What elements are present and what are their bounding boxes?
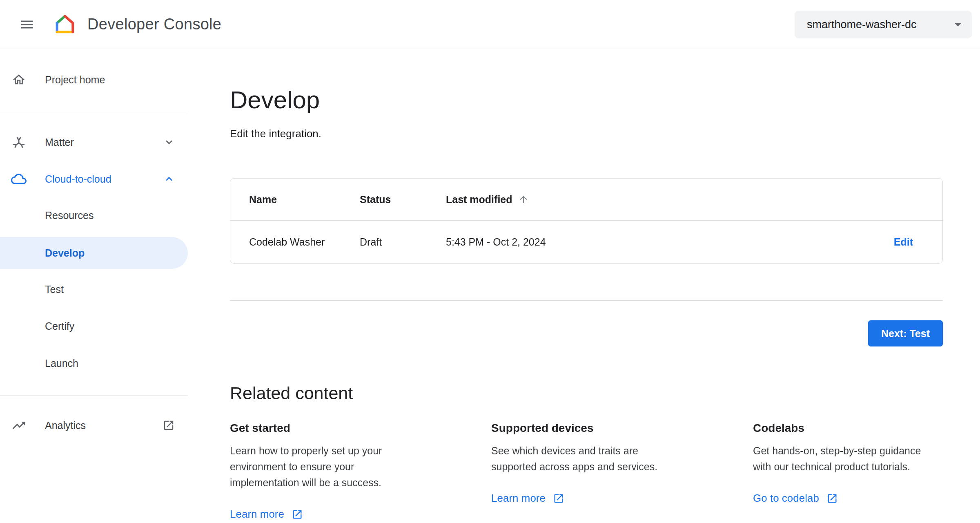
next-test-button[interactable]: Next: Test [868,320,943,346]
cloud-icon [11,171,27,187]
card-body: See which devices and traits are support… [491,443,676,475]
trending-up-icon [11,417,27,434]
sidebar-item-label: Test [45,284,64,295]
main-content: Develop Edit the integration. Name Statu… [188,49,980,523]
sidebar-item-matter[interactable]: Matter [0,124,188,161]
matter-icon [11,134,27,150]
project-selector[interactable]: smarthome-washer-dc [795,11,972,38]
external-link-icon [163,419,175,431]
sidebar-item-certify[interactable]: Certify [0,308,188,344]
related-card-get-started: Get started Learn how to properly set up… [230,421,414,521]
card-title: Codelabs [753,421,938,436]
cell-action: Edit [865,236,942,248]
column-header-status: Status [360,194,446,206]
sidebar-item-label: Cloud-to-cloud [45,173,111,185]
external-link-icon [826,493,838,504]
external-link-icon [553,493,564,504]
edit-link[interactable]: Edit [894,236,913,248]
sidebar-item-test[interactable]: Test [0,271,188,308]
table-row: Codelab Washer Draft 5:43 PM - Oct 2, 20… [230,221,942,263]
related-card-supported-devices: Supported devices See which devices and … [491,421,676,505]
sidebar-item-label: Analytics [45,420,86,431]
menu-icon[interactable] [15,12,39,37]
link-label: Learn more [491,492,546,505]
external-link-icon [292,509,303,520]
cell-last-modified: 5:43 PM - Oct 2, 2024 [446,236,865,248]
link-label: Learn more [230,508,284,521]
learn-more-link[interactable]: Learn more [230,508,303,521]
page-title: Develop [230,84,320,116]
cell-status: Draft [360,236,446,248]
sidebar-item-launch[interactable]: Launch [0,345,188,382]
column-header-last-modified[interactable]: Last modified [446,194,865,206]
sidebar-divider [0,396,188,396]
sidebar-item-label: Launch [45,358,78,369]
table-header-row: Name Status Last modified [230,179,942,221]
link-label: Go to codelab [753,492,819,505]
app-header: Developer Console smarthome-washer-dc [0,0,980,49]
sidebar-item-analytics[interactable]: Analytics [0,407,188,444]
column-header-name: Name [230,194,360,206]
card-title: Supported devices [491,421,676,436]
cell-name: Codelab Washer [230,236,360,248]
sidebar-item-resources[interactable]: Resources [0,197,188,234]
sidebar-divider [0,113,188,113]
card-title: Get started [230,421,414,436]
integrations-table: Name Status Last modified Codelab Washer… [230,178,943,264]
sidebar-item-label: Develop [45,247,85,259]
sidebar-nav: Project home Matter Cloud-to-cloud Resou… [0,49,188,523]
sort-ascending-icon [518,194,529,205]
hamburger-icon [19,17,35,32]
sidebar-item-label: Matter [45,136,74,148]
sidebar-item-cloud-to-cloud[interactable]: Cloud-to-cloud [0,161,188,197]
related-content-title: Related content [230,383,353,403]
google-home-logo [53,13,77,36]
sidebar-item-label: Project home [45,74,105,86]
learn-more-link[interactable]: Learn more [491,492,564,505]
app-title: Developer Console [87,16,221,33]
home-icon [11,72,27,88]
sidebar-item-label: Certify [45,320,74,332]
sidebar-item-project-home[interactable]: Project home [0,61,188,98]
sidebar-item-label: Resources [45,210,94,221]
card-body: Get hands-on, step-by-step guidance with… [753,443,938,475]
go-to-codelab-link[interactable]: Go to codelab [753,492,838,505]
project-selector-value: smarthome-washer-dc [807,18,917,31]
related-card-codelabs: Codelabs Get hands-on, step-by-step guid… [753,421,938,505]
page-subtitle: Edit the integration. [230,127,321,140]
card-body: Learn how to properly set up your enviro… [230,443,414,491]
dropdown-arrow-icon [951,17,965,32]
column-header-label: Last modified [446,194,512,206]
section-divider [230,300,943,301]
chevron-down-icon [163,136,176,149]
chevron-up-icon [163,172,176,186]
sidebar-item-develop-selected[interactable]: Develop [0,237,188,269]
